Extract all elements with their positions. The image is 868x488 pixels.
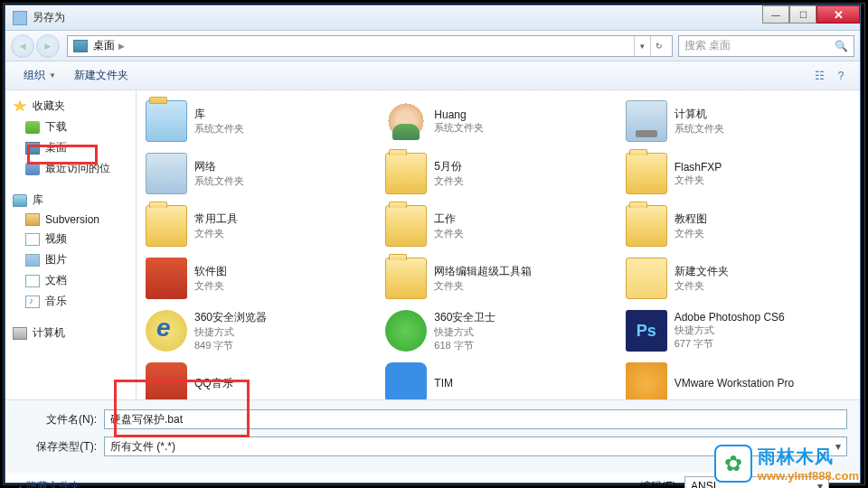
recent-icon (25, 163, 40, 175)
library-icon (13, 194, 27, 207)
file-item[interactable]: 常用工具文件夹 (142, 201, 380, 251)
file-name: 教程图 (675, 211, 707, 227)
file-item[interactable]: PsAdobe Photoshop CS6快捷方式677 字节 (622, 305, 860, 356)
music-icon (25, 296, 40, 308)
sidebar-libraries[interactable]: 库 (5, 190, 136, 211)
net-icon (146, 153, 187, 194)
file-type: 快捷方式 (194, 325, 267, 339)
redbook-icon (146, 258, 187, 299)
file-name: 库 (194, 107, 244, 122)
file-name: 360安全浏览器 (194, 310, 267, 325)
pc-icon (626, 100, 667, 142)
file-type: 文件夹 (675, 174, 722, 187)
file-item[interactable]: 新建文件夹文件夹 (622, 253, 860, 304)
file-type: 系统文件夹 (675, 122, 724, 136)
file-type: 文件夹 (434, 174, 464, 188)
file-item[interactable]: 库系统文件夹 (142, 96, 380, 146)
desktop-icon (25, 142, 40, 155)
location-icon (73, 40, 88, 52)
file-name: Huang (434, 108, 484, 121)
filetype-label: 保存类型(T): (18, 439, 104, 455)
window-title: 另存为 (33, 10, 65, 25)
address-dropdown-icon[interactable]: ▾ (634, 36, 650, 56)
file-item[interactable]: FlashFXP文件夹 (622, 148, 860, 199)
search-input[interactable]: 搜索 桌面 🔍 (678, 35, 854, 57)
maximize-button[interactable]: ☐ (789, 5, 816, 23)
file-size: 849 字节 (194, 339, 267, 352)
file-name: 软件图 (194, 264, 227, 279)
forward-button[interactable]: ► (36, 34, 60, 58)
organize-button[interactable]: 组织▼ (14, 64, 65, 87)
file-type: 文件夹 (434, 279, 532, 293)
toolbar: 组织▼ 新建文件夹 ☷ ? (5, 61, 860, 90)
file-name: QQ音乐 (194, 376, 233, 391)
sidebar: 收藏夹 下载 桌面 最近访问的位 库 Subversion 视频 图片 文档 音… (5, 90, 137, 399)
hide-folders-button[interactable]: 隐藏文件夹 (18, 479, 80, 489)
file-item[interactable]: Huang系统文件夹 (382, 96, 619, 146)
file-name: 网络 (194, 159, 244, 174)
folder-icon (385, 258, 427, 299)
folder-icon (146, 205, 187, 247)
file-item[interactable]: 360安全卫士快捷方式618 字节 (382, 305, 619, 356)
filename-input[interactable] (104, 409, 847, 429)
folder-icon (626, 205, 667, 247)
file-item[interactable]: 360安全浏览器快捷方式849 字节 (142, 305, 380, 356)
folder2-icon (626, 258, 667, 299)
file-item[interactable]: 计算机系统文件夹 (622, 96, 860, 146)
file-name: FlashFXP (675, 161, 722, 174)
folder-icon (385, 205, 427, 247)
sidebar-computer[interactable]: 计算机 (5, 323, 136, 343)
titlebar[interactable]: 另存为 — ☐ ✕ (5, 5, 860, 31)
g360-icon (385, 310, 427, 352)
address-bar[interactable]: 桌面 ▶ ▾ ↻ (67, 35, 673, 57)
new-folder-button[interactable]: 新建文件夹 (65, 64, 137, 87)
help-button[interactable]: ? (831, 66, 851, 86)
save-as-dialog: 另存为 — ☐ ✕ ◄ ► 桌面 ▶ ▾ ↻ 搜索 桌面 🔍 组织▼ 新建文件夹… (5, 5, 861, 483)
tim-icon (385, 362, 427, 399)
sidebar-subversion[interactable]: Subversion (5, 211, 136, 229)
file-name: 5月份 (434, 159, 464, 174)
location-text: 桌面 (93, 38, 115, 53)
close-button[interactable]: ✕ (816, 5, 860, 23)
picture-icon (25, 254, 40, 267)
watermark: 雨林木风 www.ylmf888.com (714, 445, 859, 483)
file-type: 文件夹 (675, 279, 729, 293)
file-item[interactable]: 网络系统文件夹 (142, 148, 380, 199)
file-item[interactable]: QQ音乐 (142, 358, 380, 399)
ie-icon (146, 310, 187, 352)
libf-icon (146, 100, 187, 142)
file-item[interactable]: VMware Workstation Pro (622, 358, 860, 399)
file-item[interactable]: 软件图文件夹 (142, 253, 380, 304)
minimize-button[interactable]: — (762, 5, 789, 23)
file-name: VMware Workstation Pro (675, 377, 795, 389)
file-name: 新建文件夹 (675, 264, 729, 279)
sidebar-downloads[interactable]: 下载 (5, 117, 136, 137)
sidebar-favorites[interactable]: 收藏夹 (5, 96, 136, 117)
file-item[interactable]: 网络编辑超级工具箱文件夹 (382, 253, 619, 304)
sidebar-documents[interactable]: 文档 (5, 270, 136, 291)
refresh-button[interactable]: ↻ (650, 36, 666, 56)
search-placeholder: 搜索 桌面 (684, 38, 731, 53)
sidebar-recent[interactable]: 最近访问的位 (5, 158, 136, 179)
file-name: 计算机 (675, 107, 724, 122)
file-name: 工作 (434, 211, 464, 227)
file-item[interactable]: 工作文件夹 (382, 201, 619, 251)
file-item[interactable]: 教程图文件夹 (622, 201, 860, 251)
breadcrumb-sep-icon[interactable]: ▶ (118, 42, 125, 51)
qq-icon (146, 362, 187, 399)
file-list[interactable]: 库系统文件夹Huang系统文件夹计算机系统文件夹网络系统文件夹5月份文件夹Fla… (137, 90, 860, 399)
file-item[interactable]: 5月份文件夹 (382, 148, 619, 199)
file-size: 618 字节 (434, 339, 495, 352)
sidebar-videos[interactable]: 视频 (5, 229, 136, 249)
view-button[interactable]: ☷ (809, 66, 829, 86)
back-button[interactable]: ◄ (11, 34, 34, 58)
file-name: 网络编辑超级工具箱 (434, 264, 532, 279)
sidebar-music[interactable]: 音乐 (5, 291, 136, 312)
file-item[interactable]: TIM (382, 358, 619, 399)
vm-icon (626, 362, 667, 399)
sidebar-pictures[interactable]: 图片 (5, 249, 136, 270)
nav-bar: ◄ ► 桌面 ▶ ▾ ↻ 搜索 桌面 🔍 (5, 31, 860, 61)
user-icon (385, 100, 427, 142)
filename-label: 文件名(N): (18, 412, 104, 427)
sidebar-desktop[interactable]: 桌面 (5, 137, 136, 158)
